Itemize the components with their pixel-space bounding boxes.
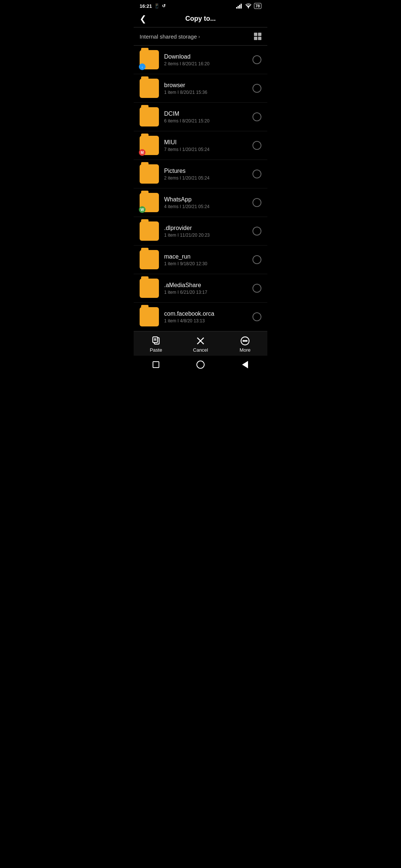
folder-icon-wrap: W [140, 193, 159, 212]
battery-indicator: 78 [254, 3, 261, 9]
list-item[interactable]: com.facebook.orca1 item I 4/8/20 13:13 [134, 303, 267, 331]
folder-name: MIUI [164, 139, 252, 146]
select-radio[interactable] [252, 284, 261, 293]
folder-info: browser1 item I 8/20/21 15:36 [164, 82, 252, 95]
nav-bar [134, 356, 267, 375]
folder-name: Pictures [164, 168, 252, 174]
select-radio[interactable] [252, 312, 261, 321]
list-item[interactable]: .dlprovider1 item I 11/21/20 20:23 [134, 217, 267, 246]
select-radio[interactable] [252, 55, 261, 64]
paste-icon [151, 336, 161, 346]
wifi-icon [245, 3, 252, 9]
folder-icon-wrap [140, 107, 159, 126]
folder-name: com.facebook.orca [164, 310, 252, 317]
folder-icon [140, 79, 159, 98]
select-radio[interactable] [252, 170, 261, 178]
folder-badge: M [139, 149, 146, 156]
list-item[interactable]: .aMediaShare1 item I 6/21/20 13:17 [134, 274, 267, 303]
circle-icon [196, 361, 205, 369]
folder-icon-wrap [140, 279, 159, 298]
folder-icon-wrap [140, 250, 159, 269]
folder-meta: 2 items I 8/20/21 16:20 [164, 61, 252, 66]
folder-icon [140, 221, 159, 241]
grid-view-icon[interactable] [254, 33, 261, 40]
square-icon [153, 361, 159, 368]
folder-icon [140, 279, 159, 298]
folder-meta: 1 item I 9/18/20 12:30 [164, 261, 252, 266]
breadcrumb-arrow: › [198, 34, 200, 39]
folder-meta: 1 item I 11/21/20 20:23 [164, 233, 252, 238]
folder-name: .dlprovider [164, 225, 252, 231]
folder-icon [140, 307, 159, 326]
folder-info: mace_run1 item I 9/18/20 12:30 [164, 253, 252, 266]
battery-level: 78 [255, 4, 260, 8]
more-button[interactable]: More [234, 336, 256, 353]
more-label: More [239, 347, 251, 353]
folder-meta: 7 items I 1/20/21 05:24 [164, 147, 252, 152]
list-item[interactable]: browser1 item I 8/20/21 15:36 [134, 74, 267, 103]
folder-list: ↓Download2 items I 8/20/21 16:20browser1… [134, 46, 267, 331]
select-radio[interactable] [252, 227, 261, 236]
select-radio[interactable] [252, 198, 261, 207]
home-button[interactable] [151, 359, 161, 370]
select-radio[interactable] [252, 84, 261, 93]
folder-name: WhatsApp [164, 196, 252, 203]
svg-point-4 [248, 7, 249, 9]
top-bar: ❮ Copy to... [134, 10, 267, 27]
folder-meta: 4 items I 1/20/21 05:24 [164, 204, 252, 209]
list-item[interactable]: DCIM6 items I 8/20/21 15:20 [134, 103, 267, 131]
time: 16:21 [140, 3, 152, 9]
folder-meta: 1 item I 8/20/21 15:36 [164, 90, 252, 95]
svg-rect-3 [241, 4, 242, 9]
svg-point-13 [245, 341, 246, 342]
list-item[interactable]: WWhatsApp4 items I 1/20/21 05:24 [134, 188, 267, 217]
select-radio[interactable] [252, 112, 261, 121]
list-item[interactable]: MMIUI7 items I 1/20/21 05:24 [134, 131, 267, 160]
cancel-label: Cancel [193, 347, 208, 353]
cancel-icon [196, 336, 205, 346]
folder-info: Pictures2 items I 1/20/21 05:24 [164, 168, 252, 181]
folder-info: Download2 items I 8/20/21 16:20 [164, 53, 252, 66]
folder-info: DCIM6 items I 8/20/21 15:20 [164, 111, 252, 124]
folder-name: browser [164, 82, 252, 89]
status-right: 78 [236, 3, 261, 9]
signal-icon [236, 3, 243, 9]
folder-info: .aMediaShare1 item I 6/21/20 13:17 [164, 282, 252, 295]
folder-icon-wrap [140, 164, 159, 184]
folder-name: Download [164, 53, 252, 60]
folder-info: WhatsApp4 items I 1/20/21 05:24 [164, 196, 252, 209]
folder-icon [140, 250, 159, 269]
folder-icon [140, 164, 159, 184]
rotation-icon: ↺ [162, 3, 166, 9]
back-nav-button[interactable] [240, 359, 250, 370]
breadcrumb-label: Internal shared storage [140, 33, 197, 40]
folder-badge: ↓ [139, 63, 146, 70]
sim-icon: 📱 [154, 3, 160, 9]
folder-meta: 6 items I 8/20/21 15:20 [164, 118, 252, 124]
recent-button[interactable] [195, 359, 206, 370]
folder-info: com.facebook.orca1 item I 4/8/20 13:13 [164, 310, 252, 323]
folder-info: .dlprovider1 item I 11/21/20 20:23 [164, 225, 252, 238]
page-title: Copy to... [185, 15, 216, 23]
folder-name: .aMediaShare [164, 282, 252, 289]
list-item[interactable]: ↓Download2 items I 8/20/21 16:20 [134, 46, 267, 74]
folder-icon-wrap: M [140, 136, 159, 155]
select-radio[interactable] [252, 141, 261, 150]
list-item[interactable]: mace_run1 item I 9/18/20 12:30 [134, 246, 267, 274]
folder-meta: 2 items I 1/20/21 05:24 [164, 175, 252, 181]
list-item[interactable]: Pictures2 items I 1/20/21 05:24 [134, 160, 267, 188]
back-button[interactable]: ❮ [140, 14, 146, 24]
breadcrumb[interactable]: Internal shared storage › [140, 33, 200, 40]
svg-rect-2 [239, 5, 240, 9]
cancel-button[interactable]: Cancel [189, 336, 212, 353]
folder-icon-wrap [140, 221, 159, 241]
folder-icon-wrap [140, 79, 159, 98]
select-radio[interactable] [252, 255, 261, 264]
status-bar: 16:21 📱 ↺ 78 [134, 0, 267, 10]
triangle-icon [242, 361, 248, 368]
breadcrumb-row: Internal shared storage › [134, 27, 267, 45]
svg-rect-1 [238, 6, 239, 9]
paste-button[interactable]: Paste [145, 336, 167, 353]
more-icon [240, 336, 250, 346]
folder-badge: W [139, 206, 146, 213]
